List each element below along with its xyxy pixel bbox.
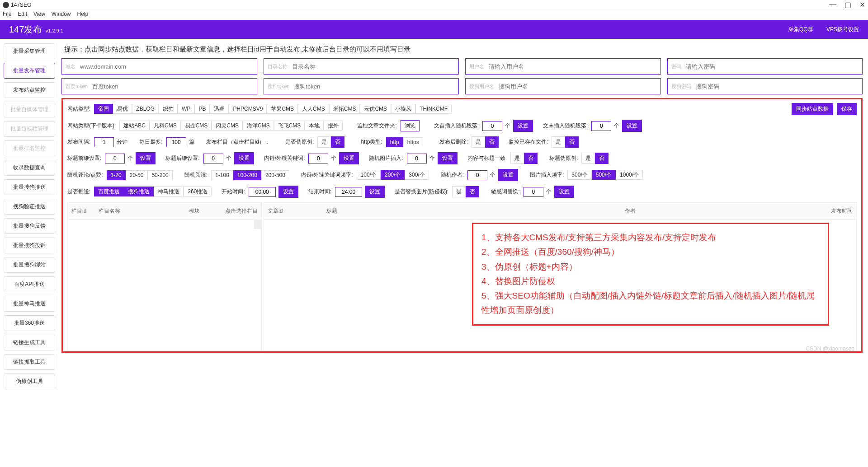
sidebar-item[interactable]: 批量360推送 — [4, 315, 55, 331]
option-tag[interactable]: 苹果CMS — [267, 104, 298, 114]
menu-file[interactable]: File — [3, 11, 11, 19]
option-tag[interactable]: 小旋风 — [391, 104, 415, 114]
option-tag[interactable]: 神马推送 — [154, 187, 184, 196]
menu-window[interactable]: Window — [52, 11, 71, 19]
option-tag[interactable]: ZBLOG — [132, 104, 159, 114]
password-field[interactable]: 密码 — [667, 58, 863, 75]
menu-help[interactable]: Help — [77, 11, 89, 19]
option-tag[interactable]: 海洋CMS — [243, 121, 274, 131]
sidebar-item[interactable]: 批量排名监控 — [4, 140, 55, 156]
sidebar-item[interactable]: 批量搜狗反馈 — [4, 218, 55, 234]
sogouuser-input[interactable] — [498, 83, 657, 90]
sidebar-item[interactable]: 批量采集管理 — [4, 43, 55, 59]
sidebar-item[interactable]: 批量搜狗推送 — [4, 179, 55, 195]
option-tag[interactable]: 人人CMS — [298, 104, 329, 114]
option-tag[interactable]: WP — [178, 104, 194, 114]
option-tag[interactable]: 200/个 — [381, 170, 405, 180]
sogoupass-input[interactable] — [695, 83, 859, 90]
option-tag[interactable]: 100/个 — [357, 170, 381, 180]
sogouuser-field[interactable]: 搜狗用户名 — [465, 78, 661, 94]
option-tag[interactable]: 织梦 — [159, 104, 178, 114]
sidebar-item[interactable]: 批量神马推送 — [4, 296, 55, 312]
sogoupass-field[interactable]: 搜狗密码 — [667, 78, 863, 94]
sync-button[interactable]: 同步站点数据 — [792, 103, 833, 115]
save-button[interactable]: 保存 — [837, 103, 857, 115]
menu-view[interactable]: View — [33, 11, 45, 19]
option-tag[interactable]: 易企CMS — [181, 121, 212, 131]
username-input[interactable] — [488, 63, 657, 70]
option-tag[interactable]: PB — [194, 104, 210, 114]
monexist-yes[interactable]: 是 — [552, 136, 565, 148]
domain-input[interactable] — [79, 63, 253, 70]
monexist-no[interactable]: 否 — [565, 136, 579, 148]
option-tag[interactable]: 200-500 — [261, 170, 289, 180]
dirname-field[interactable]: 目录名称 — [264, 58, 459, 75]
interval-input[interactable] — [94, 137, 114, 147]
option-tag[interactable]: 米拓CMS — [329, 104, 360, 114]
option-tag[interactable]: 360推送 — [184, 187, 212, 196]
option-tag[interactable]: 易优 — [113, 104, 132, 114]
option-tag[interactable]: 500/个 — [592, 170, 616, 180]
domain-field[interactable]: 域名 — [61, 58, 257, 75]
baidutoken-field[interactable]: 百度token — [61, 78, 257, 94]
option-tag[interactable]: THINKCMF — [415, 104, 452, 114]
tail-insert-set[interactable]: 设置 — [622, 120, 642, 132]
sidebar-item[interactable]: 批量搜狗投诉 — [4, 238, 55, 253]
pseudo-yes[interactable]: 是 — [317, 136, 331, 148]
sidebar-item[interactable]: 链接生成工具 — [4, 335, 55, 350]
sogoutoken-field[interactable]: 搜狗token — [264, 78, 459, 94]
tail-insert-input[interactable] — [591, 121, 611, 131]
option-tag[interactable]: 搜外 — [324, 121, 343, 131]
option-tag[interactable]: 1-20 — [107, 170, 126, 180]
link-qq[interactable]: 采集QQ群 — [788, 26, 813, 33]
username-field[interactable]: 用户名 — [465, 58, 661, 75]
sidebar-item[interactable]: 批量发布管理 — [4, 63, 55, 79]
head-insert-set[interactable]: 设置 — [513, 120, 533, 132]
option-tag[interactable]: 凡科CMS — [150, 121, 181, 131]
option-tag[interactable]: 迅睿 — [210, 104, 229, 114]
http-http[interactable]: http — [386, 137, 403, 147]
sidebar-item[interactable]: 发布站点监控 — [4, 82, 55, 98]
option-tag[interactable]: PHPCMSV9 — [229, 104, 267, 114]
option-tag[interactable]: 本地 — [305, 121, 324, 131]
sidebar-item[interactable]: 伪原创工具 — [4, 374, 55, 389]
menu-edit[interactable]: Edit — [18, 11, 27, 19]
option-tag[interactable]: 20-50 — [126, 170, 148, 180]
option-tag[interactable]: 50-200 — [147, 170, 172, 180]
sogoutoken-input[interactable] — [293, 83, 455, 90]
head-insert-input[interactable] — [482, 121, 502, 131]
option-tag[interactable]: 帝国 — [94, 104, 113, 114]
password-input[interactable] — [685, 63, 859, 70]
sidebar-item[interactable]: 百度API推送 — [4, 276, 55, 292]
option-tag[interactable]: 1000/个 — [616, 170, 643, 180]
link-vps[interactable]: VPS拨号设置 — [826, 26, 859, 33]
browse-button[interactable]: 浏览 — [401, 120, 420, 131]
scrollbar-stub[interactable] — [254, 220, 261, 229]
delafter-no[interactable]: 否 — [485, 136, 499, 148]
option-tag[interactable]: 百度推送 — [94, 187, 124, 196]
sidebar-item[interactable]: 链接抓取工具 — [4, 354, 55, 370]
sidebar-item[interactable]: 批量搜狗绑站 — [4, 257, 55, 273]
option-tag[interactable]: 闪灵CMS — [212, 121, 243, 131]
option-tag[interactable]: 1-100 — [211, 170, 233, 180]
option-tag[interactable]: 建站ABC — [119, 121, 150, 131]
option-tag[interactable]: 云优CMS — [360, 104, 391, 114]
sidebar-item[interactable]: 收录数据查询 — [4, 160, 55, 176]
delafter-yes[interactable]: 是 — [472, 136, 485, 148]
sidebar-item[interactable]: 搜狗验证推送 — [4, 199, 55, 215]
pseudo-no[interactable]: 否 — [331, 136, 344, 148]
sidebar-item[interactable]: 批量短视频管理 — [4, 121, 55, 137]
minimize-icon[interactable]: — — [829, 0, 836, 9]
option-tag[interactable]: 搜狗推送 — [124, 187, 154, 196]
sidebar-item[interactable]: 批量自媒体管理 — [4, 102, 55, 117]
baidutoken-input[interactable] — [91, 83, 253, 90]
http-https[interactable]: https — [403, 137, 423, 147]
option-tag[interactable]: 300/个 — [567, 170, 591, 180]
dirname-input[interactable] — [291, 63, 455, 70]
option-tag[interactable]: 飞飞CMS — [274, 121, 305, 131]
close-icon[interactable]: ✕ — [859, 0, 865, 9]
option-tag[interactable]: 300/个 — [405, 170, 429, 180]
option-tag[interactable]: 100-200 — [233, 170, 261, 180]
daily-max-input[interactable] — [166, 137, 186, 147]
maximize-icon[interactable]: ▢ — [844, 0, 851, 9]
